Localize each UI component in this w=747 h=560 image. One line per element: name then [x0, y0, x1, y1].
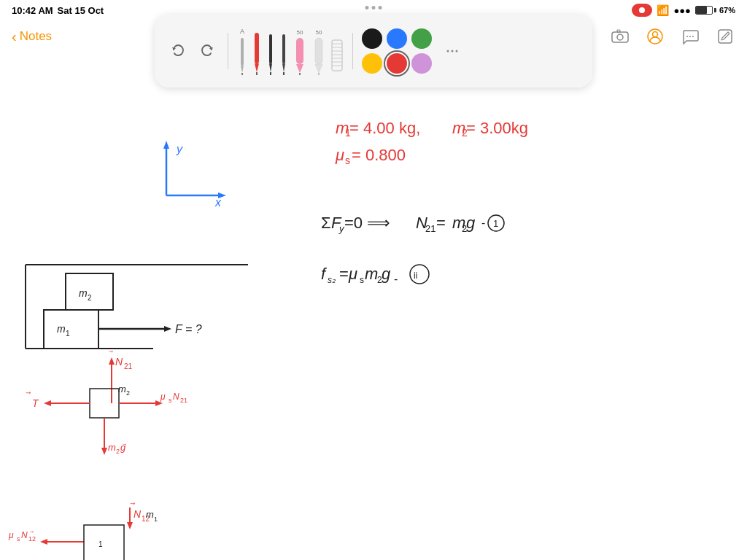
wifi-icon: 📶 [657, 4, 669, 16]
divider-2 [352, 33, 353, 69]
svg-marker-16 [269, 63, 272, 72]
color-red[interactable] [387, 53, 407, 74]
svg-text:1: 1 [98, 540, 103, 548]
svg-rect-64 [90, 389, 119, 418]
svg-rect-51 [44, 310, 98, 349]
back-label[interactable]: Notes [20, 29, 52, 44]
svg-text:y: y [176, 143, 183, 155]
svg-text:N: N [21, 530, 28, 540]
signal-icon: ●●● [673, 5, 691, 16]
svg-text:⃗: ⃗ [26, 392, 31, 394]
pen-black-tool[interactable] [266, 26, 275, 77]
battery-indicator: 67% [695, 6, 735, 15]
redo-button[interactable] [196, 39, 219, 63]
svg-text:21: 21 [124, 362, 133, 370]
svg-text:Σ: Σ [321, 214, 331, 232]
svg-point-37 [456, 50, 458, 52]
color-green[interactable] [411, 28, 432, 49]
pink-eraser-size: 50 [297, 29, 303, 36]
svg-point-134 [410, 265, 429, 284]
color-purple[interactable] [411, 53, 432, 74]
toolbar: A [155, 15, 592, 88]
svg-text:-: - [394, 273, 398, 285]
svg-text:=: = [339, 265, 349, 283]
nav-right [610, 26, 735, 47]
svg-text:s: s [345, 155, 350, 166]
svg-rect-24 [315, 38, 322, 64]
svg-text:m: m [57, 323, 66, 335]
svg-text:2: 2 [88, 294, 92, 302]
svg-point-5 [686, 36, 688, 37]
svg-marker-76 [101, 448, 107, 455]
message-button[interactable] [680, 26, 700, 47]
svg-text:N: N [173, 392, 179, 402]
color-palette [362, 28, 432, 74]
compose-button[interactable] [715, 26, 735, 47]
undo-button[interactable] [166, 39, 190, 63]
color-blue[interactable] [387, 28, 407, 49]
eraser-pink-tool[interactable]: 50 [293, 26, 307, 77]
svg-text:⃗: ⃗ [30, 531, 34, 533]
pencil-a-tool[interactable]: A [237, 26, 247, 77]
svg-text:μ: μ [160, 392, 166, 402]
svg-text:μ: μ [348, 265, 357, 283]
status-left: 10:42 AM Sat 15 Oct [12, 5, 104, 16]
status-right: 📶 ●●● 67% [632, 4, 735, 17]
svg-text:T: T [32, 397, 39, 409]
svg-rect-8 [719, 30, 732, 43]
svg-text:s₂: s₂ [328, 275, 336, 285]
svg-text:1: 1 [66, 330, 70, 338]
pen-dark-tool[interactable] [279, 26, 288, 77]
svg-rect-0 [612, 32, 628, 42]
eraser-white-tool[interactable]: 50 [311, 26, 326, 77]
svg-text:s: s [17, 535, 20, 542]
svg-text:1: 1 [493, 218, 498, 229]
svg-rect-12 [255, 33, 259, 63]
person-circle-button[interactable] [645, 26, 665, 47]
svg-point-35 [447, 50, 449, 52]
ruler-tool[interactable] [330, 26, 344, 77]
dots [365, 6, 382, 9]
drawing-canvas[interactable]: y x m 2 m 1 F = ? ⃗ N 21 m 2 [0, 93, 747, 560]
color-yellow[interactable] [362, 53, 382, 74]
main-content: y x m 2 m 1 F = ? ⃗ N 21 m 2 [0, 93, 747, 560]
svg-marker-91 [127, 522, 133, 529]
svg-point-7 [692, 36, 694, 37]
svg-marker-25 [315, 64, 322, 73]
camera-button[interactable] [610, 26, 630, 47]
svg-marker-13 [255, 63, 259, 72]
svg-text:g: g [466, 214, 476, 232]
svg-point-6 [689, 36, 691, 37]
svg-text:= 0.800: = 0.800 [352, 146, 406, 164]
svg-text:=: = [436, 214, 446, 232]
divider-1 [228, 33, 228, 69]
svg-rect-9 [241, 38, 244, 66]
svg-text:21: 21 [425, 223, 436, 234]
white-eraser-size: 50 [316, 29, 322, 36]
svg-marker-22 [296, 64, 303, 73]
svg-rect-48 [66, 273, 113, 310]
svg-rect-27 [332, 40, 342, 71]
svg-rect-15 [269, 34, 272, 63]
svg-rect-88 [84, 525, 124, 560]
color-black[interactable] [362, 28, 382, 49]
svg-text:F = ?: F = ? [175, 323, 202, 335]
svg-text:f: f [321, 265, 328, 283]
svg-text:μ: μ [335, 146, 344, 164]
svg-rect-18 [282, 34, 285, 63]
svg-point-1 [617, 34, 623, 40]
svg-text:1: 1 [154, 516, 158, 523]
svg-point-4 [653, 32, 658, 37]
svg-text:-: - [481, 217, 485, 229]
more-button[interactable] [441, 39, 464, 63]
svg-text:ii: ii [414, 271, 417, 281]
svg-marker-82 [40, 539, 47, 545]
pencil-group: A [237, 26, 344, 77]
battery-percent: 67% [719, 6, 735, 15]
svg-text:m: m [365, 265, 378, 283]
svg-text:= 3.00kg: = 3.00kg [466, 119, 528, 137]
marker-red-tool[interactable] [252, 26, 262, 77]
back-button[interactable]: ‹ Notes [12, 28, 52, 45]
svg-rect-21 [296, 38, 303, 64]
svg-text:g: g [382, 265, 391, 283]
